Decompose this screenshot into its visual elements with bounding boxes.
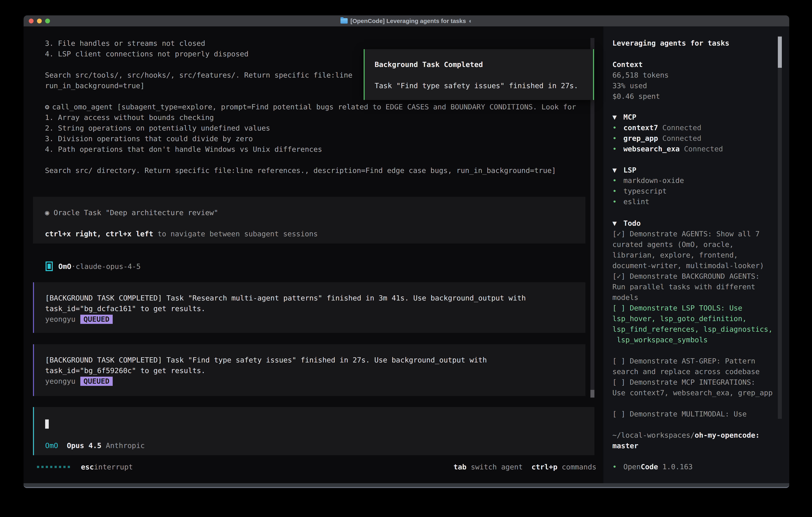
todo-line — [612, 398, 773, 409]
session-title: Leveraging agents for tasks — [612, 38, 729, 48]
spinner-dot-icon — [46, 466, 48, 468]
sidebar-scrollbar-thumb[interactable] — [778, 36, 782, 68]
mcp-server-status: Connected — [658, 134, 701, 142]
collapse-triangle-icon: ▼ — [612, 112, 624, 123]
window-titlebar[interactable]: [OpenCode] Leveraging agents for tasks ◐ — [24, 16, 789, 26]
minimize-button[interactable] — [37, 19, 42, 23]
task-message-line1: [BACKGROUND TASK COMPLETED] Task "Find t… — [45, 355, 585, 365]
agent-model: claude-opus-4-5 — [76, 262, 141, 271]
chat-scrollbar-thumb[interactable] — [590, 390, 594, 398]
terminal-line: 3. File handles or streams not closed — [45, 38, 352, 49]
background-task-toast: Background Task Completed Task "Find typ… — [364, 49, 594, 100]
lsp-server-item: •typescript — [612, 186, 684, 196]
spinner-dots — [37, 466, 70, 468]
status-bar: esc interrupt tab switch agent ctrl+p co… — [37, 462, 597, 472]
todo-line: search and replace across codebase — [612, 366, 773, 377]
agent-header: OmO · claude-opus-4-5 — [46, 261, 141, 272]
context-heading: Context — [612, 59, 643, 70]
collapse-triangle-icon: ▼ — [612, 218, 624, 228]
window-title: [OpenCode] Leveraging agents for tasks ◐ — [341, 18, 472, 24]
background-task-message: [BACKGROUND TASK COMPLETED] Task "Find t… — [33, 344, 585, 396]
input-model: Opus 4.5 — [58, 441, 106, 450]
status-dot-icon: • — [612, 461, 624, 472]
todo-line: models — [612, 292, 773, 303]
sidebar-scrollbar[interactable] — [778, 36, 782, 419]
window-bottom-edge — [24, 483, 789, 488]
terminal-line: 33% used — [612, 80, 669, 91]
mcp-server-status: Connected — [680, 145, 723, 153]
lsp-server-name: eslint — [624, 197, 649, 206]
traffic-lights — [29, 16, 50, 26]
task-user: yeongyu — [45, 377, 76, 385]
toast-title: Background Task Completed — [375, 59, 593, 70]
status-left: esc interrupt — [37, 462, 133, 472]
spinner-dot-icon — [63, 466, 65, 468]
terminal-line — [45, 59, 352, 70]
zoom-button[interactable] — [45, 19, 50, 23]
terminal-line: 3. Division operations that could divide… — [45, 133, 576, 144]
todo-line: [ ] Demonstrate LSP TOOLS: Use — [612, 303, 773, 313]
esc-key-hint: esc — [81, 463, 94, 471]
workspace-branch: master — [612, 440, 638, 451]
mcp-list: •context7 Connected •grep_app Connected … — [612, 123, 723, 154]
queued-badge: QUEUED — [80, 377, 113, 386]
terminal-line: $0.46 spent — [612, 91, 669, 102]
ctrlp-key-hint: ctrl+p — [523, 463, 557, 471]
tab-key-hint: tab — [454, 463, 467, 471]
collapse-triangle-icon: ▼ — [612, 165, 624, 175]
chat-scrollback: 3. File handles or streams not closed 4.… — [45, 38, 352, 91]
status-dot-icon: • — [612, 186, 624, 196]
mcp-heading[interactable]: ▼MCP — [612, 112, 636, 123]
status-dot-icon: • — [612, 123, 624, 133]
tool-call-block: ⚙call_omo_agent [subagent_type=explore, … — [45, 102, 576, 176]
folder-icon — [341, 18, 348, 24]
mcp-server-name: websearch_exa — [624, 145, 680, 153]
todo-line: lsp_workspace_symbols — [612, 334, 773, 345]
input-meta: OmO Opus 4.5 Anthropic — [45, 440, 145, 451]
todo-line: [ ] Demonstrate MCP INTEGRATIONS: — [612, 377, 773, 387]
agent-square-icon — [46, 262, 53, 271]
status-right: tab switch agent ctrl+p commands — [454, 462, 597, 472]
toast-body: Task "Find type safety issues" finished … — [375, 80, 593, 91]
oracle-task-panel: ◉ Oracle Task "Deep architecture review"… — [33, 197, 585, 244]
todo-line — [612, 345, 773, 356]
todo-line: [ ] Demonstrate MULTIMODAL: Use — [612, 409, 773, 419]
todo-list: [✓] Demonstrate AGENTS: Show all 7 curat… — [612, 228, 773, 419]
prompt-input[interactable]: OmO Opus 4.5 Anthropic — [33, 407, 594, 455]
mcp-server-name: context7 — [624, 124, 658, 132]
terminal-line: 4. LSP client connections not properly d… — [45, 49, 352, 59]
todo-line: Run parallel tasks with different — [612, 281, 773, 292]
session-sidebar: Leveraging agents for tasks Context 66,5… — [603, 26, 789, 483]
mcp-server-name: grep_app — [624, 134, 658, 142]
status-dot-icon: • — [612, 196, 624, 207]
terminal-line — [45, 155, 576, 165]
todo-line: lsp_hover, lsp_goto_definition, — [612, 313, 773, 324]
todo-line: curated agents (OmO, oracle, — [612, 239, 773, 250]
mcp-server-status: Connected — [658, 124, 701, 132]
fisheye-icon: ◉ — [45, 209, 49, 217]
window-title-text: [OpenCode] Leveraging agents for tasks — [350, 18, 466, 24]
task-message-line2: task_id="bg_6f59260c" to get results. — [45, 365, 585, 376]
app-version: •OpenCode 1.0.163 — [612, 461, 693, 472]
task-message-line2: task_id="bg_dcfac161" to get results. — [45, 303, 585, 314]
terminal-line: run_in_background=true] — [45, 80, 352, 91]
lsp-heading[interactable]: ▼LSP — [612, 165, 636, 175]
close-button[interactable] — [29, 19, 34, 23]
mcp-server-item: •websearch_exa Connected — [612, 143, 723, 154]
todo-line: [ ] Demonstrate AST-GREP: Pattern — [612, 356, 773, 366]
session-half-circle-icon: ◐ — [469, 18, 472, 24]
lsp-server-name: typescript — [624, 187, 667, 195]
mcp-server-item: •context7 Connected — [612, 123, 723, 133]
lsp-server-item: •eslint — [612, 196, 684, 207]
gear-icon: ⚙ — [45, 103, 49, 111]
todo-line: lsp_find_references, lsp_diagnostics, — [612, 324, 773, 334]
todo-line: Use context7, websearch_exa, grep_app — [612, 387, 773, 398]
input-agent-name: OmO — [45, 441, 58, 450]
spinner-dot-icon — [59, 466, 61, 468]
context-stats: 66,518 tokens 33% used $0.46 spent — [612, 70, 669, 102]
tool-call-lines: 1. Array access without bounds checking … — [45, 112, 576, 176]
opencode-window: [OpenCode] Leveraging agents for tasks ◐… — [24, 16, 789, 488]
todo-heading[interactable]: ▼Todo — [612, 218, 641, 228]
esc-key-label: interrupt — [94, 463, 133, 471]
spinner-dot-icon — [50, 466, 52, 468]
